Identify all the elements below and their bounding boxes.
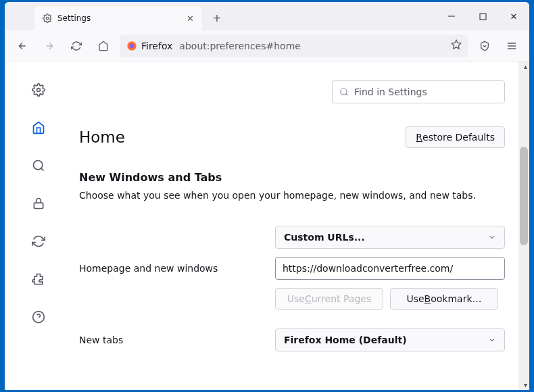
firefox-icon [126,41,137,51]
svg-rect-2 [480,14,486,20]
sidebar-item-extensions[interactable] [24,267,53,291]
new-tab-button[interactable]: + [208,7,226,28]
sidebar-item-search[interactable] [24,153,53,178]
window-controls: ✕ [436,2,529,30]
use-current-pages-button: Use Current Pages [275,288,383,310]
tab-title: Settings [57,14,91,23]
app-window: Settings ✕ + ✕ Firefox about:preferences… [5,2,529,390]
titlebar: Settings ✕ + ✕ [5,2,529,30]
newtabs-dropdown[interactable]: Firefox Home (Default) [275,328,505,351]
maximize-button[interactable] [467,2,498,30]
forward-button [39,35,60,57]
sidebar-item-home[interactable] [24,116,53,140]
gear-icon [43,14,52,23]
svg-point-0 [46,17,49,20]
close-icon[interactable]: ✕ [187,14,194,24]
sidebar-item-help[interactable] [24,305,53,329]
dropdown-value: Custom URLs... [284,232,365,243]
dropdown-value: Firefox Home (Default) [284,335,407,345]
content: Find in Settings Home Restore Defaults N… [5,62,529,390]
back-button[interactable] [11,35,33,57]
svg-point-15 [341,89,347,95]
toolbar: Firefox about:preferences#home [5,30,529,62]
section-description: Choose what you see when you open your h… [79,189,505,203]
restore-defaults-button[interactable]: Restore Defaults [406,126,505,148]
svg-line-16 [346,94,348,96]
chevron-down-icon [488,233,496,241]
reload-button[interactable] [66,35,87,57]
scrollbar-thumb[interactable] [520,147,528,245]
save-pocket-button[interactable] [474,35,495,57]
svg-line-11 [41,168,44,171]
sidebar [5,62,72,390]
chevron-down-icon [488,336,496,344]
use-bookmark-button[interactable]: Use Bookmark… [390,288,498,310]
page-title: Home [79,128,125,146]
url-bar[interactable]: Firefox about:preferences#home [120,34,468,57]
search-icon [339,87,349,97]
svg-point-10 [34,161,43,170]
search-placeholder: Find in Settings [354,87,427,97]
svg-point-4 [130,43,135,48]
sidebar-item-sync[interactable] [24,229,53,253]
close-button[interactable]: ✕ [498,2,529,30]
browser-tab[interactable]: Settings ✕ [34,6,202,30]
bookmark-star-icon[interactable] [451,39,462,52]
scroll-up-icon[interactable]: ▴ [524,63,527,70]
url-text: about:preferences#home [179,41,301,51]
firefox-identity: Firefox [126,41,172,51]
search-input[interactable]: Find in Settings [332,80,505,103]
main-panel: Find in Settings Home Restore Defaults N… [72,62,529,390]
newtabs-label: New tabs [79,335,275,345]
menu-button[interactable] [501,35,523,57]
svg-rect-12 [34,203,43,208]
home-button[interactable] [93,35,114,57]
svg-point-9 [37,89,41,92]
sidebar-item-general[interactable] [24,78,53,102]
sidebar-item-privacy[interactable] [24,191,53,216]
minimize-button[interactable] [436,2,467,30]
identity-label: Firefox [141,41,172,51]
svg-marker-5 [452,40,460,49]
scroll-down-icon[interactable]: ▾ [524,381,527,389]
scrollbar[interactable]: ▴ ▾ [518,62,529,390]
homepage-url-input[interactable] [275,257,505,280]
section-title: New Windows and Tabs [79,171,505,184]
homepage-mode-dropdown[interactable]: Custom URLs... [275,226,505,249]
homepage-windows-label: Homepage and new windows [79,263,275,274]
